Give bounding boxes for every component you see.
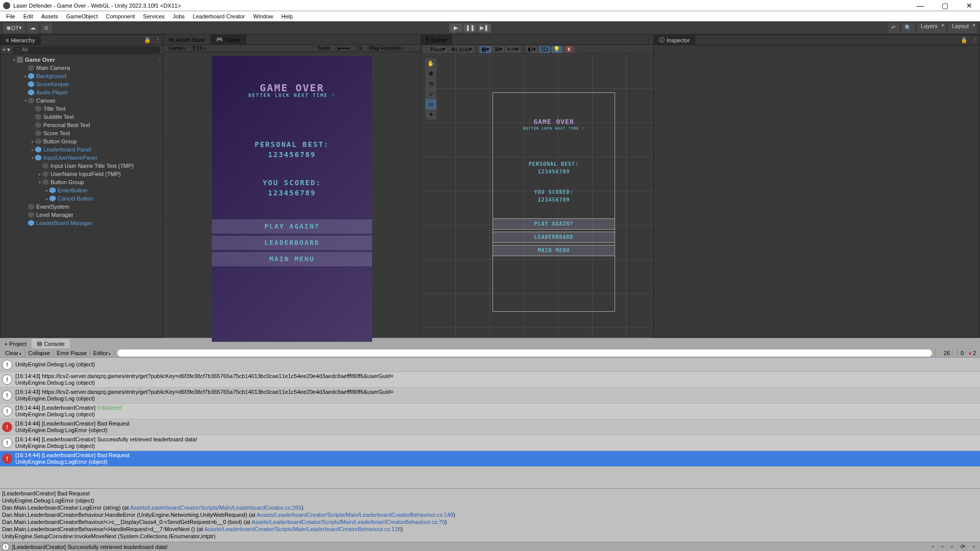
hierarchy-item[interactable]: EventSystem bbox=[1, 203, 163, 211]
inspector-tab[interactable]: ⓘ Inspector bbox=[654, 35, 695, 45]
hierarchy-item[interactable]: Audio Player bbox=[1, 88, 163, 96]
hierarchy-item[interactable]: Personal Best Text bbox=[1, 121, 163, 129]
draw-mode-button[interactable]: ◐▾ bbox=[526, 46, 538, 53]
info-count[interactable]: ⚠0 bbox=[952, 349, 966, 356]
log-row[interactable]: !UnityEngine.Debug:Log (object) bbox=[0, 358, 980, 372]
step-button[interactable]: ▶❚ bbox=[478, 23, 491, 33]
hierarchy-item[interactable]: ▸UserName InputField (TMP) bbox=[1, 170, 163, 178]
menu-assets[interactable]: Assets bbox=[37, 12, 62, 20]
warning-count[interactable]: ⚠26 bbox=[935, 349, 952, 356]
inspector-lock-icon[interactable]: 🔒 bbox=[959, 37, 970, 43]
game-panel: 🛍 Asset Store 🎮 Game ⋮ Game 9:16 Scale ●… bbox=[163, 35, 421, 338]
snap-button[interactable]: ⊞▾ bbox=[493, 46, 504, 53]
hierarchy-tab[interactable]: ≡ Hierarchy bbox=[1, 36, 41, 45]
hierarchy-item[interactable]: ▸Leaderboard Panel› bbox=[1, 145, 163, 154]
transform-tool[interactable]: ✦ bbox=[425, 109, 436, 119]
hierarchy-item[interactable]: Score Text bbox=[1, 129, 163, 137]
audio-button[interactable]: 🔇 bbox=[564, 46, 575, 53]
scale-tool[interactable]: ⤢ bbox=[425, 89, 436, 99]
play-button[interactable]: ▶ bbox=[449, 23, 462, 33]
error-pause-button[interactable]: Error Pause bbox=[54, 349, 90, 357]
hierarchy-search[interactable]: ◌ All bbox=[12, 46, 161, 54]
editor-dropdown[interactable]: Editor bbox=[90, 349, 115, 357]
hierarchy-item[interactable]: Title Text bbox=[1, 105, 163, 113]
menu-window[interactable]: Window bbox=[249, 12, 277, 20]
cloud-button[interactable]: ☁ bbox=[27, 23, 39, 33]
status-icon: ! bbox=[2, 543, 9, 550]
move-tool[interactable]: ✥ bbox=[425, 68, 436, 79]
menu-file[interactable]: File bbox=[2, 12, 19, 20]
main-menu-button[interactable]: MAIN MENU bbox=[212, 252, 372, 266]
scene-row[interactable]: ▾ Game Over ⋮ bbox=[1, 56, 163, 64]
display-dropdown[interactable]: Game bbox=[165, 45, 188, 52]
log-row[interactable]: ![16:14:43] https://lcv2-server.danqzq.g… bbox=[0, 388, 980, 404]
menu-help[interactable]: Help bbox=[277, 12, 297, 20]
console-search[interactable] bbox=[117, 349, 932, 357]
grid-snap-button[interactable]: ▦▾ bbox=[479, 46, 492, 53]
rect-tool[interactable]: ▭ bbox=[425, 99, 436, 109]
increment-button[interactable]: ⟷▾ bbox=[505, 46, 521, 53]
log-row[interactable]: ![16:14:44] [LeaderboardCreator] Bad Req… bbox=[0, 419, 980, 435]
menu-services[interactable]: Services bbox=[139, 12, 168, 20]
hierarchy-item[interactable]: ▾Canvas bbox=[1, 96, 163, 105]
hierarchy-item[interactable]: Level Manager bbox=[1, 211, 163, 219]
focus-dropdown[interactable]: Play Focused bbox=[366, 45, 406, 52]
hierarchy-item[interactable]: LeaderBoard Manager› bbox=[1, 219, 163, 227]
console-tab[interactable]: ▤ Console bbox=[32, 339, 69, 348]
scale-slider[interactable]: ●━━━ bbox=[334, 45, 353, 52]
hierarchy-item[interactable]: Main Camera bbox=[1, 64, 163, 72]
minimize-button[interactable]: — bbox=[913, 2, 928, 9]
menu-component[interactable]: Component bbox=[102, 12, 139, 20]
menu-gameobject[interactable]: GameObject bbox=[62, 12, 102, 20]
inspector-menu-icon[interactable]: ⋮ bbox=[970, 37, 979, 43]
aspect-dropdown[interactable]: 9:16 bbox=[189, 45, 208, 52]
menu-leaderboard creator[interactable]: Leaderboard Creator bbox=[189, 12, 249, 20]
menu-jobs[interactable]: Jobs bbox=[169, 12, 189, 20]
log-row[interactable]: ![16:14:44] [LeaderboardCreator] Initial… bbox=[0, 404, 980, 419]
log-row[interactable]: ![16:14:44] [LeaderboardCreator] Bad Req… bbox=[0, 451, 980, 467]
hierarchy-item[interactable]: Input User Name Title Text (TMP) bbox=[1, 162, 163, 170]
maximize-button[interactable]: ▢ bbox=[937, 2, 952, 9]
hierarchy-item[interactable]: ▸EnterButton bbox=[1, 186, 163, 194]
layout-dropdown[interactable]: Layout bbox=[948, 23, 977, 33]
scene-menu-icon[interactable]: ⋮ bbox=[157, 58, 161, 62]
scene-view[interactable]: ✋ ✥ ⟲ ⤢ ▭ ✦ GAME OVER BETTER LUCK NEXT T… bbox=[421, 54, 653, 338]
game-menu-icon[interactable]: ⋮ bbox=[407, 45, 419, 52]
error-count[interactable]: ●2 bbox=[966, 350, 978, 356]
clear-button[interactable]: Clear bbox=[2, 349, 25, 357]
undo-history-button[interactable]: ↶ bbox=[888, 23, 899, 33]
collapse-button[interactable]: Collapse bbox=[25, 349, 54, 357]
close-button[interactable]: ✕ bbox=[962, 2, 977, 9]
pause-button[interactable]: ❚❚ bbox=[463, 23, 477, 33]
play-again-button[interactable]: PLAY AGAIN? bbox=[212, 219, 372, 234]
hierarchy-item[interactable]: ▸Background› bbox=[1, 72, 163, 80]
project-tab[interactable]: ▪ Project bbox=[0, 339, 32, 348]
game-tab[interactable]: 🎮 Game bbox=[211, 35, 246, 44]
asset-store-tab[interactable]: 🛍 Asset Store bbox=[163, 35, 211, 44]
layers-dropdown[interactable]: Layers bbox=[917, 23, 946, 33]
rotate-tool[interactable]: ⟲ bbox=[425, 79, 436, 89]
hierarchy-item[interactable]: ▸Cancel Button bbox=[1, 194, 163, 203]
create-dropdown[interactable]: + ▾ bbox=[3, 46, 10, 53]
leaderboard-button[interactable]: LEADERBOARD bbox=[212, 236, 372, 250]
hierarchy-item[interactable]: ▸Button Group› bbox=[1, 137, 163, 145]
hierarchy-item[interactable]: ▾Button Group bbox=[1, 178, 163, 186]
settings-button[interactable]: ⊙ bbox=[41, 23, 52, 33]
pivot-dropdown[interactable]: ⬚Pivot ▾ bbox=[423, 46, 448, 53]
hierarchy-item[interactable]: ScoreKeeper bbox=[1, 80, 163, 88]
hierarchy-menu-icon[interactable]: ⋮ bbox=[153, 37, 163, 43]
search-button[interactable]: 🔍 bbox=[901, 23, 915, 33]
lighting-button[interactable]: 💡 bbox=[551, 46, 562, 53]
local-dropdown[interactable]: ⊕Local ▾ bbox=[449, 46, 474, 53]
2d-button[interactable]: 2D bbox=[539, 46, 550, 53]
menu-edit[interactable]: Edit bbox=[19, 12, 37, 20]
log-row[interactable]: ![16:14:43] https://lcv2-server.danqzq.g… bbox=[0, 372, 980, 388]
hierarchy-item[interactable]: Subtitle Text bbox=[1, 113, 163, 121]
account-dropdown[interactable]: ◉ DT ▾ bbox=[3, 23, 25, 33]
hierarchy-item[interactable]: ▾InputUserNamePanel› bbox=[1, 154, 163, 162]
hand-tool[interactable]: ✋ bbox=[425, 58, 436, 68]
log-row[interactable]: ![16:14:44] [LeaderboardCreator] Success… bbox=[0, 435, 980, 451]
scene-tab[interactable]: ⟠ Scene bbox=[421, 35, 452, 44]
hierarchy-lock-icon[interactable]: 🔒 bbox=[142, 37, 153, 43]
status-icons[interactable]: ▫ ▫ ▫ ⟳ ▫ bbox=[932, 543, 978, 550]
